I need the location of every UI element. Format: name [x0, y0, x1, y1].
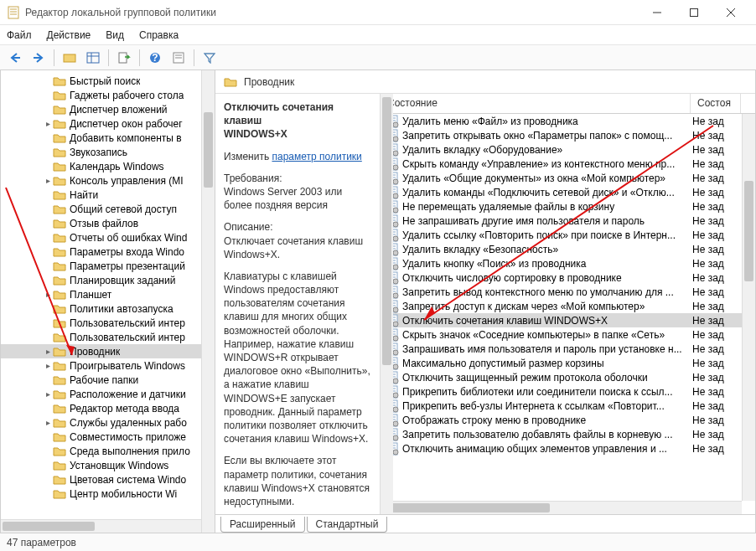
- tree-item[interactable]: Отчеты об ошибках Wind: [1, 230, 215, 245]
- tree-item[interactable]: Планировщик заданий: [1, 273, 215, 287]
- list-row[interactable]: Запретить пользователю добавлять файлы в…: [381, 427, 755, 441]
- list-row[interactable]: Запретить открывать окно «Параметры папо…: [381, 128, 755, 142]
- list-row[interactable]: Удалить ссылку «Повторить поиск» при пои…: [381, 228, 755, 242]
- menu-help[interactable]: Справка: [139, 29, 179, 41]
- list-hscrollbar[interactable]: [381, 501, 742, 514]
- list-row-state: Не зад: [692, 187, 743, 198]
- list-row-label: Отображать строку меню в проводнике: [402, 415, 692, 426]
- list-row[interactable]: Запрашивать имя пользователя и пароль пр…: [381, 342, 755, 356]
- forward-button[interactable]: [28, 48, 49, 68]
- policy-tree[interactable]: Быстрый поискГаджеты рабочего столаДиспе…: [1, 70, 215, 533]
- svg-point-90: [393, 307, 398, 312]
- tree-item[interactable]: Центр мобильности Wi: [1, 487, 215, 501]
- properties-button[interactable]: [168, 48, 189, 68]
- edit-policy-link[interactable]: параметр политики: [272, 151, 361, 162]
- folder-icon: [53, 218, 66, 229]
- list-row[interactable]: Не запрашивать другие имя пользователя и…: [381, 214, 755, 228]
- folder-tree-button[interactable]: [60, 48, 80, 68]
- tree-item[interactable]: Гаджеты рабочего стола: [1, 88, 215, 102]
- menu-action[interactable]: Действие: [47, 29, 91, 41]
- tree-item[interactable]: Параметры входа Windo: [1, 245, 215, 259]
- tab-standard[interactable]: Стандартный: [307, 517, 388, 533]
- expander-icon[interactable]: ▸: [43, 347, 53, 356]
- expander-icon[interactable]: ▸: [43, 361, 53, 370]
- list-row[interactable]: Отключить числовую сортировку в проводни…: [381, 270, 755, 285]
- filter-button[interactable]: [199, 48, 220, 68]
- tree-item[interactable]: Политики автозапуска: [1, 301, 215, 316]
- close-button[interactable]: [712, 1, 749, 24]
- tree-item[interactable]: Пользовательский интер: [1, 330, 215, 344]
- expander-icon[interactable]: ▸: [43, 176, 53, 185]
- tab-extended[interactable]: Расширенный: [220, 517, 305, 533]
- tree-item-label: Установщик Windows: [70, 460, 168, 471]
- expander-icon[interactable]: ▸: [43, 290, 53, 299]
- tree-item[interactable]: ▸Диспетчер окон рабочег: [1, 116, 215, 131]
- list-row[interactable]: Удалить команды «Подключить сетевой диск…: [381, 185, 755, 199]
- list-row[interactable]: Удалить кнопку «Поиск» из проводникаНе з…: [381, 256, 755, 270]
- list-row[interactable]: Удалить меню «Файл» из проводникаНе зад: [381, 114, 755, 128]
- list-row[interactable]: Прикрепить веб-узлы Интернета к ссылкам …: [381, 399, 755, 413]
- list-scrollbar[interactable]: [742, 114, 755, 501]
- list-row[interactable]: Максимально допустимый размер корзиныНе …: [381, 356, 755, 370]
- list-row[interactable]: Удалить вкладку «Оборудование»Не зад: [381, 142, 755, 157]
- list-row[interactable]: Запретить вывод контекстного меню по умо…: [381, 285, 755, 299]
- help-button[interactable]: ?: [145, 48, 165, 68]
- tree-hscrollbar[interactable]: [1, 519, 201, 533]
- tree-scrollbar[interactable]: [201, 70, 215, 533]
- window-title: Редактор локальной групповой политики: [25, 7, 639, 18]
- tree-item[interactable]: ▸Проводник: [1, 344, 215, 358]
- tree-item[interactable]: Найти: [1, 188, 215, 202]
- svg-text:?: ?: [152, 52, 158, 64]
- tree-item-label: Политики автозапуска: [70, 303, 173, 315]
- tree-item[interactable]: Добавить компоненты в: [1, 131, 215, 145]
- expander-icon[interactable]: ▸: [43, 119, 53, 128]
- tree-item[interactable]: Отзыв файлов: [1, 216, 215, 230]
- tree-item[interactable]: Рабочие папки: [1, 373, 215, 387]
- tree-item[interactable]: ▸Расположение и датчики: [1, 387, 215, 401]
- list-row[interactable]: Прикрепить библиотеки или соединители по…: [381, 384, 755, 399]
- tree-item[interactable]: Диспетчер вложений: [1, 102, 215, 116]
- tree-item[interactable]: Параметры презентаций: [1, 259, 215, 273]
- list-row[interactable]: Скрыть значок «Соседние компьютеры» в па…: [381, 327, 755, 342]
- list-rows[interactable]: Удалить меню «Файл» из проводникаНе задЗ…: [381, 114, 755, 514]
- list-row[interactable]: Отключить защищенный режим протокола обо…: [381, 370, 755, 384]
- column-status[interactable]: Состоя: [691, 94, 741, 113]
- tree-item[interactable]: Общий сетевой доступ: [1, 202, 215, 216]
- expander-icon[interactable]: ▸: [43, 389, 53, 399]
- svg-point-35: [393, 151, 398, 156]
- export-button[interactable]: [114, 48, 134, 68]
- list-row[interactable]: Скрыть команду «Управление» из контекстн…: [381, 157, 755, 171]
- list-row[interactable]: Отображать строку меню в проводникеНе за…: [381, 413, 755, 427]
- tree-item[interactable]: Редактор метода ввода: [1, 401, 215, 415]
- back-button[interactable]: [5, 48, 25, 68]
- list-row[interactable]: Удалить «Общие документы» из окна «Мой к…: [381, 171, 755, 185]
- tree-item[interactable]: Совместимость приложе: [1, 430, 215, 444]
- list-row-state: Не зад: [692, 244, 743, 255]
- tree-item[interactable]: ▸Планшет: [1, 287, 215, 301]
- menu-view[interactable]: Вид: [106, 29, 124, 41]
- tree-item[interactable]: Пользовательский интер: [1, 316, 215, 330]
- folder-icon: [53, 189, 66, 201]
- tree-item[interactable]: ▸Проигрыватель Windows: [1, 358, 215, 373]
- list-row[interactable]: Запретить доступ к дискам через «Мой ком…: [381, 299, 755, 313]
- desc-scrollbar[interactable]: [380, 94, 393, 514]
- list-row[interactable]: Отключить сочетания клавиш WINDOWS+XНе з…: [381, 313, 755, 327]
- maximize-button[interactable]: [676, 1, 712, 24]
- minimize-button[interactable]: [639, 1, 676, 24]
- tree-item[interactable]: Цветовая система Windo: [1, 472, 215, 487]
- details-button[interactable]: [83, 48, 103, 68]
- tree-item[interactable]: Звукозапись: [1, 145, 215, 159]
- list-row[interactable]: Удалить вкладку «Безопасность»Не зад: [381, 242, 755, 256]
- tree-item[interactable]: Быстрый поиск: [1, 74, 215, 88]
- tree-item[interactable]: Установщик Windows: [1, 458, 215, 472]
- list-row-label: Удалить кнопку «Поиск» из проводника: [402, 258, 692, 270]
- menu-file[interactable]: Файл: [7, 29, 32, 41]
- list-row[interactable]: Не перемещать удаляемые файлы в корзинуН…: [381, 199, 755, 214]
- column-state[interactable]: Состояние: [381, 94, 691, 113]
- tree-item[interactable]: ▸Консоль управления (MI: [1, 173, 215, 188]
- tree-item[interactable]: Календарь Windows: [1, 159, 215, 173]
- tree-item[interactable]: ▸Службы удаленных рабо: [1, 415, 215, 430]
- expander-icon[interactable]: ▸: [43, 418, 53, 427]
- list-row[interactable]: Отключить анимацию общих элементов управ…: [381, 441, 755, 456]
- tree-item[interactable]: Среда выполнения прило: [1, 444, 215, 458]
